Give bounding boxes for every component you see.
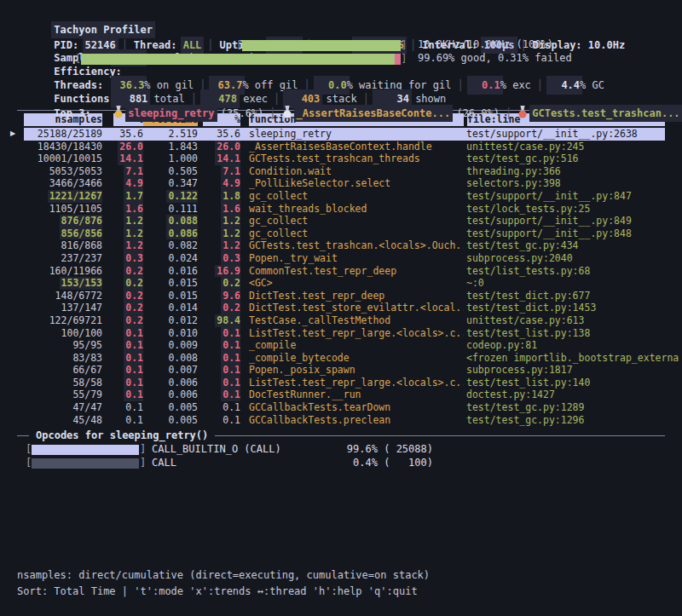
cell-value: 4.9	[223, 177, 240, 189]
cell-pct-direct: 0.1	[102, 364, 143, 377]
cell-function: GCCallbackTests.preclean	[240, 414, 464, 427]
cell-file-line: subprocess.py:1817	[464, 364, 665, 377]
top3-label: Top 3:	[54, 107, 113, 120]
table-row[interactable]: 160/119660.20.01616.9CommonTest.test_rep…	[24, 265, 665, 278]
opcode-name: CALL_BUILTIN_O (CALL)	[152, 443, 281, 456]
cell-file-line: doctest.py:1427	[464, 389, 665, 401]
cell-pct-direct: 35.6	[102, 128, 143, 141]
cell-pct-direct: 0.3	[102, 252, 143, 265]
table-row[interactable]: 237/2370.30.0240.3Popen._try_waitsubproc…	[24, 252, 665, 265]
cell-pct-direct: 0.1	[102, 389, 143, 401]
divider-line	[215, 435, 665, 436]
table-row[interactable]: 55/790.10.0060.1DocTestRunner.__rundocte…	[24, 389, 665, 401]
cell-value: 98.4	[217, 314, 240, 326]
cell-pct-direct: 1.2	[102, 215, 143, 227]
table-row[interactable]: 100/1000.10.0100.1ListTest.test_repr_lar…	[24, 327, 665, 340]
table-row[interactable]: 5053/50537.10.5057.1Condition.waitthread…	[24, 165, 665, 178]
cell-file-line: unittest/case.py:245	[464, 141, 665, 153]
cell-value: 0.088	[168, 215, 198, 227]
cell-pct-cumulative: 0.2	[198, 277, 240, 290]
cell-value: 0.2	[223, 277, 240, 289]
cell-pct-cumulative: 9.6	[198, 290, 240, 302]
cell-value: 0.008	[168, 352, 198, 364]
cell-value: 0.016	[168, 265, 198, 277]
table-row[interactable]: 1221/12671.70.1221.8gc_collecttest/suppo…	[24, 190, 665, 203]
cell-value: 26.0	[119, 141, 143, 153]
table-row[interactable]: 856/8561.20.0861.2gc_collecttest/support…	[24, 227, 665, 240]
cell-value: 1.2	[223, 215, 240, 227]
top-function-name[interactable]: sleeping_retry	[128, 107, 214, 119]
cell-value: 45/48	[72, 414, 102, 426]
table-row[interactable]: 1105/11051.60.1111.6wait_threads_blocked…	[24, 203, 665, 216]
cell-pct-cumulative: 1.2	[198, 227, 240, 240]
cell-value: 0.111	[168, 203, 198, 215]
cell-tottime: 0.505	[143, 165, 198, 178]
cell-value: 0.1	[223, 327, 240, 339]
cell-value: 0.122	[168, 190, 198, 202]
footer-keybindings: Sort: Total Time | 't':mode 'x':trends ↔…	[17, 584, 430, 600]
table-row[interactable]: 47/470.10.0050.1GCCallbackTests.tearDown…	[24, 401, 665, 414]
cell-nsamples: 137/147	[24, 302, 102, 314]
threads-line: Threads:36.3% on gil│63.7% off gil│0.0% …	[17, 65, 665, 78]
cell-pct-direct: 0.2	[102, 314, 143, 327]
separator: │	[506, 107, 512, 119]
cell-nsamples: 45/48	[24, 414, 102, 427]
cell-value: 1.8	[223, 190, 240, 202]
top-function-name[interactable]: GCTests.test_trashcan...	[532, 107, 679, 119]
cell-file-line: test/lock_tests.py:25	[464, 203, 665, 216]
cell-value: 0.024	[168, 252, 198, 264]
cell-pct-direct: 0.2	[102, 277, 143, 290]
cell-value: 35.6	[119, 128, 143, 140]
cell-pct-direct: 4.9	[102, 177, 143, 190]
cell-value: 0.2	[125, 277, 143, 289]
table-row[interactable]: 153/1530.20.0150.2<GC>~:0	[24, 277, 665, 290]
cell-value: 14.1	[217, 153, 240, 164]
cell-tottime: 0.005	[143, 414, 198, 427]
table-row[interactable]: 95/950.10.0090.1_compilecodeop.py:81	[24, 339, 665, 352]
cell-pct-cumulative: 35.6	[198, 128, 240, 141]
cell-value: 0.086	[168, 227, 198, 239]
table-row[interactable]: 18430/1843026.01.84326.0_AssertRaisesBas…	[24, 141, 665, 153]
table-row[interactable]: 876/8761.20.0881.2gc_collecttest/support…	[24, 215, 665, 227]
cell-pct-cumulative: 4.9	[198, 177, 240, 190]
table-row[interactable]: 3466/34664.90.3474.9_PollLikeSelector.se…	[24, 177, 665, 190]
cell-tottime: 0.010	[143, 327, 198, 340]
cell-value: 16.9	[217, 265, 240, 277]
cell-tottime: 0.015	[143, 290, 198, 302]
cell-pct-direct: 1.2	[102, 227, 143, 240]
cell-tottime: 0.014	[143, 302, 198, 314]
table-row[interactable]: 58/580.10.0060.1ListTest.test_repr_large…	[24, 377, 665, 389]
cell-pct-direct: 0.1	[102, 401, 143, 414]
cell-value: 1.843	[168, 141, 198, 153]
silver-medal-icon	[282, 106, 292, 122]
cell-pct-cumulative: 26.0	[198, 141, 240, 153]
cell-function: ListTest.test_repr_large.<locals>.c...	[240, 377, 464, 389]
table-row[interactable]: ▶25188/2518935.62.51935.6sleeping_retryt…	[24, 128, 665, 141]
cell-function: gc_collect	[240, 190, 464, 203]
cell-function: Popen._posix_spawn	[240, 364, 464, 377]
cell-pct-direct: 0.1	[102, 327, 143, 340]
cell-nsamples: 25188/25189	[24, 128, 102, 141]
table-row[interactable]: 10001/1001514.11.00014.1GCTests.test_tra…	[24, 153, 665, 165]
table-row[interactable]: 148/67720.20.0159.6DictTest.test_repr_de…	[24, 290, 665, 302]
top-function-name[interactable]: _AssertRaisesBaseConte...	[297, 107, 451, 119]
cell-value: 10001/10015	[38, 153, 102, 164]
cell-value: 1.6	[223, 203, 240, 215]
cell-value: 0.2	[125, 314, 143, 326]
cell-nsamples: 153/153	[24, 277, 102, 290]
cell-value: 1.2	[125, 227, 143, 239]
cell-pct-direct: 26.0	[102, 141, 143, 153]
table-row[interactable]: 122/697210.20.01298.4TestCase._callTestM…	[24, 314, 665, 327]
cell-value: 237/237	[61, 252, 102, 264]
cell-file-line: ~:0	[464, 277, 665, 290]
cell-nsamples: 66/67	[24, 364, 102, 377]
cell-value: 0.010	[168, 327, 198, 339]
table-row[interactable]: 816/8681.20.0821.2GCTests.test_trashcan.…	[24, 239, 665, 252]
cell-pct-direct: 1.2	[102, 239, 143, 252]
cell-function: _compile_bytecode	[240, 352, 464, 365]
table-row[interactable]: 83/830.10.0080.1_compile_bytecode<frozen…	[24, 352, 665, 365]
cell-pct-direct: 0.2	[102, 290, 143, 302]
table-row[interactable]: 66/670.10.0070.1Popen._posix_spawnsubpro…	[24, 364, 665, 377]
table-row[interactable]: 137/1470.20.0140.2DictTest.test_store_ev…	[24, 302, 665, 314]
table-row[interactable]: 45/480.10.0050.1GCCallbackTests.preclean…	[24, 414, 665, 427]
